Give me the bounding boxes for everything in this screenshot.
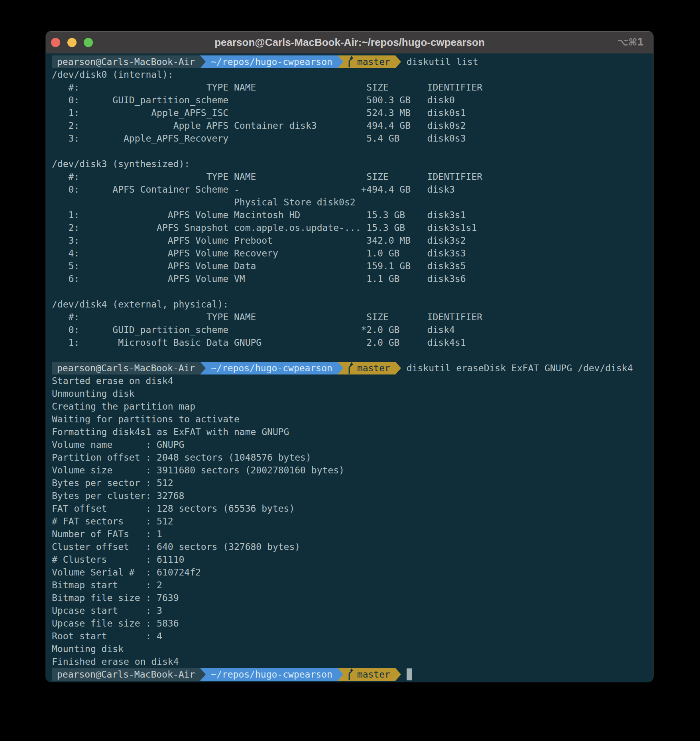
- branch-name: master: [357, 57, 390, 67]
- prompt-line: pearson@Carls-MacBook-Air~/repos/hugo-cw…: [52, 668, 647, 681]
- zoom-button[interactable]: [84, 38, 93, 47]
- window-title: pearson@Carls-MacBook-Air:~/repos/hugo-c…: [46, 31, 653, 53]
- prompt-git-branch: master: [343, 668, 395, 681]
- terminal-line: 0: GUID_partition_scheme 500.3 GB disk0: [52, 94, 647, 106]
- prompt-directory: ~/repos/hugo-cwpearson: [206, 55, 338, 68]
- window-hotkey-badge: ⌥⌘1: [617, 31, 644, 53]
- close-button[interactable]: [51, 38, 60, 47]
- terminal-line: #: TYPE NAME SIZE IDENTIFIER: [52, 170, 647, 183]
- terminal-line: 2: APFS Snapshot com.apple.os.update-...…: [52, 221, 647, 234]
- prompt-directory: ~/repos/hugo-cwpearson: [206, 668, 338, 681]
- powerline-arrow-icon: [395, 55, 401, 68]
- powerline-arrow-icon: [338, 55, 343, 68]
- branch-name: master: [357, 669, 390, 680]
- terminal-content[interactable]: pearson@Carls-MacBook-Air~/repos/hugo-cw…: [46, 53, 653, 682]
- terminal-line: Root start : 4: [52, 630, 647, 642]
- terminal-line: 0: GUID_partition_scheme *2.0 GB disk4: [52, 323, 647, 336]
- terminal-line: Formatting disk4s1 as ExFAT with name GN…: [52, 426, 647, 438]
- terminal-line: Started erase on disk4: [52, 374, 647, 387]
- command-text: diskutil list: [401, 57, 478, 67]
- terminal-line: 6: APFS Volume VM 1.1 GB disk3s6: [52, 272, 647, 285]
- prompt-directory: ~/repos/hugo-cwpearson: [206, 362, 338, 374]
- powerline-arrow-icon: [395, 668, 401, 681]
- terminal-line: 3: Apple_APFS_Recovery 5.4 GB disk0s3: [52, 132, 647, 145]
- terminal-line: 3: APFS Volume Preboot 342.0 MB disk3s2: [52, 234, 647, 247]
- terminal-line: Unmounting disk: [52, 387, 647, 400]
- branch-name: master: [357, 363, 390, 373]
- terminal-line: FAT offset : 128 sectors (65536 bytes): [52, 502, 647, 515]
- terminal-window: pearson@Carls-MacBook-Air:~/repos/hugo-c…: [46, 31, 653, 682]
- terminal-line: Creating the partition map: [52, 400, 647, 413]
- powerline-arrow-icon: [200, 362, 206, 374]
- terminal-line: 0: APFS Container Scheme - +494.4 GB dis…: [52, 183, 647, 196]
- terminal-line: Bitmap start : 2: [52, 579, 647, 591]
- terminal-line: Upcase file size : 5836: [52, 617, 647, 630]
- terminal-line: # Clusters : 61110: [52, 553, 647, 566]
- terminal-line: 5: APFS Volume Data 159.1 GB disk3s5: [52, 260, 647, 272]
- powerline-arrow-icon: [338, 362, 343, 374]
- terminal-line: Upcase start : 3: [52, 604, 647, 617]
- powerline-arrow-icon: [338, 668, 343, 681]
- terminal-line: Waiting for partitions to activate: [52, 413, 647, 426]
- terminal-line: Bitmap file size : 7639: [52, 591, 647, 604]
- terminal-line: Mounting disk: [52, 642, 647, 655]
- terminal-line: [52, 285, 647, 298]
- terminal-line: /dev/disk0 (internal):: [52, 68, 647, 81]
- terminal-line: 1: Microsoft Basic Data GNUPG 2.0 GB dis…: [52, 336, 647, 349]
- terminal-line: 2: Apple_APFS Container disk3 494.4 GB d…: [52, 119, 647, 132]
- terminal-line: Partition offset : 2048 sectors (1048576…: [52, 451, 647, 464]
- powerline-arrow-icon: [395, 362, 401, 374]
- terminal-line: Volume size : 3911680 sectors (200278016…: [52, 464, 647, 477]
- git-branch-icon: [347, 362, 354, 374]
- prompt-line: pearson@Carls-MacBook-Air~/repos/hugo-cw…: [52, 55, 647, 68]
- prompt-line: pearson@Carls-MacBook-Air~/repos/hugo-cw…: [52, 362, 647, 374]
- prompt-git-branch: master: [343, 55, 395, 68]
- terminal-line: Cluster offset : 640 sectors (327680 byt…: [52, 540, 647, 553]
- terminal-line: Number of FATs : 1: [52, 528, 647, 540]
- terminal-line: Volume name : GNUPG: [52, 438, 647, 451]
- powerline-arrow-icon: [200, 55, 206, 68]
- terminal-line: Finished erase on disk4: [52, 655, 647, 668]
- prompt-user-host: pearson@Carls-MacBook-Air: [52, 362, 200, 374]
- terminal-line: 1: Apple_APFS_ISC 524.3 MB disk0s1: [52, 106, 647, 119]
- terminal-line: 4: APFS Volume Recovery 1.0 GB disk3s3: [52, 247, 647, 260]
- terminal-line: [52, 145, 647, 158]
- traffic-lights: [51, 31, 93, 53]
- titlebar[interactable]: pearson@Carls-MacBook-Air:~/repos/hugo-c…: [46, 31, 653, 53]
- prompt-user-host: pearson@Carls-MacBook-Air: [52, 55, 200, 68]
- powerline-arrow-icon: [200, 668, 206, 681]
- command-text: diskutil eraseDisk ExFAT GNUPG /dev/disk…: [401, 363, 633, 373]
- minimize-button[interactable]: [67, 38, 77, 47]
- prompt-user-host: pearson@Carls-MacBook-Air: [52, 668, 200, 681]
- terminal-line: Volume Serial # : 610724f2: [52, 566, 647, 579]
- terminal-line: Physical Store disk0s2: [52, 196, 647, 209]
- terminal-line: 1: APFS Volume Macintosh HD 15.3 GB disk…: [52, 209, 647, 221]
- terminal-line: #: TYPE NAME SIZE IDENTIFIER: [52, 311, 647, 323]
- terminal-line: # FAT sectors : 512: [52, 515, 647, 528]
- terminal-line: Bytes per sector : 512: [52, 477, 647, 489]
- terminal-cursor[interactable]: [407, 668, 412, 680]
- prompt-git-branch: master: [343, 362, 395, 374]
- git-branch-icon: [347, 668, 354, 680]
- terminal-line: /dev/disk4 (external, physical):: [52, 298, 647, 311]
- git-branch-icon: [347, 56, 354, 67]
- terminal-line: #: TYPE NAME SIZE IDENTIFIER: [52, 81, 647, 94]
- terminal-line: [52, 349, 647, 362]
- terminal-line: Bytes per cluster: 32768: [52, 489, 647, 502]
- terminal-line: /dev/disk3 (synthesized):: [52, 158, 647, 170]
